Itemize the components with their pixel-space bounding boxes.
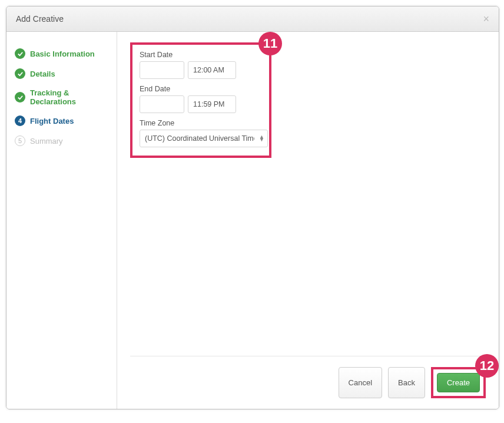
sidebar-item-label: Tracking & Declarations	[30, 88, 117, 106]
start-date-group: Start Date	[140, 51, 262, 79]
start-date-label: Start Date	[140, 51, 262, 59]
end-date-group: End Date	[140, 85, 262, 113]
timezone-group: Time Zone (UTC) Coordinated Universal Ti…	[140, 119, 262, 147]
sidebar-item-tracking-declarations[interactable]: Tracking & Declarations	[15, 84, 117, 111]
wizard-sidebar: Basic Information Details Tracking & Dec…	[6, 32, 117, 409]
sidebar-item-label: Details	[30, 70, 55, 78]
checkmark-icon	[15, 48, 25, 59]
sidebar-item-label: Summary	[30, 137, 63, 146]
sidebar-item-basic-information[interactable]: Basic Information	[15, 44, 117, 64]
close-icon[interactable]: ×	[483, 14, 489, 24]
back-button[interactable]: Back	[388, 367, 425, 398]
sidebar-item-label: Basic Information	[30, 49, 95, 58]
cancel-button[interactable]: Cancel	[339, 367, 382, 398]
content-panel: 11 Start Date End Date Tim	[117, 32, 499, 409]
modal-header: Add Creative ×	[6, 6, 499, 32]
annotation-highlight-11: 11 Start Date End Date Tim	[130, 42, 271, 158]
end-date-row	[140, 95, 262, 113]
modal-body: Basic Information Details Tracking & Dec…	[6, 32, 499, 409]
annotation-highlight-12: 12 Create	[431, 367, 486, 398]
modal-footer: Cancel Back 12 Create	[130, 356, 486, 398]
modal-title: Add Creative	[16, 14, 64, 24]
timezone-select[interactable]: (UTC) Coordinated Universal Time	[140, 130, 268, 147]
timezone-label: Time Zone	[140, 119, 262, 127]
sidebar-item-flight-dates[interactable]: 4 Flight Dates	[15, 111, 117, 131]
sidebar-item-details[interactable]: Details	[15, 64, 117, 84]
timezone-select-wrap: (UTC) Coordinated Universal Time ▲▼	[140, 130, 268, 147]
add-creative-modal: Add Creative × Basic Information Details	[6, 6, 499, 409]
end-date-input[interactable]	[140, 95, 184, 113]
start-date-input[interactable]	[140, 61, 184, 79]
step-number-icon: 4	[15, 115, 25, 126]
create-button[interactable]: Create	[437, 373, 480, 392]
checkmark-icon	[15, 92, 25, 103]
annotation-callout-11: 11	[258, 32, 282, 55]
start-date-row	[140, 61, 262, 79]
step-number-icon: 5	[15, 136, 25, 146]
checkmark-icon	[15, 68, 25, 79]
start-time-input[interactable]	[188, 61, 236, 79]
sidebar-item-label: Flight Dates	[30, 117, 74, 125]
end-time-input[interactable]	[188, 95, 236, 113]
end-date-label: End Date	[140, 85, 262, 93]
annotation-callout-12: 12	[475, 354, 499, 378]
sidebar-item-summary[interactable]: 5 Summary	[15, 131, 117, 151]
